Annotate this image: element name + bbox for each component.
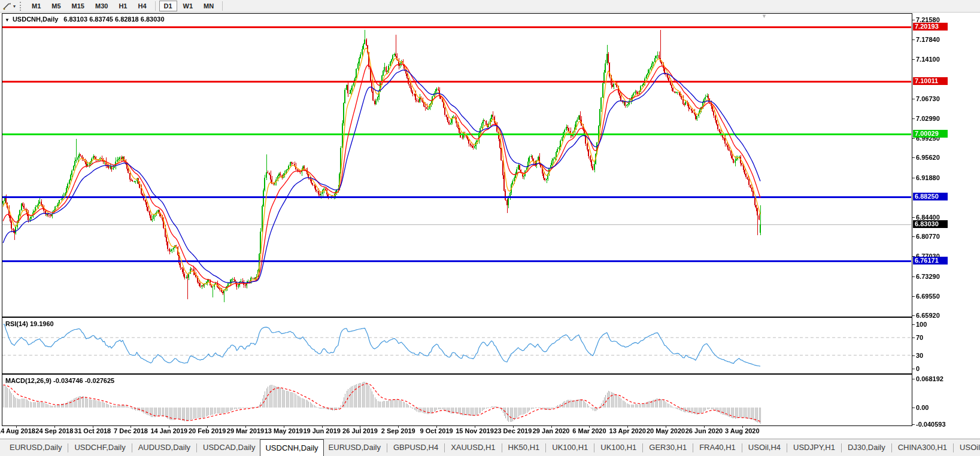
chart-tab-eurusd-daily[interactable]: EURUSD,Daily	[5, 439, 66, 456]
tab-divider	[742, 443, 742, 452]
tab-divider	[132, 443, 132, 452]
price-tick-label: 6.95620	[916, 153, 940, 162]
chart-tab-usoil-h1[interactable]: USOil,H1	[955, 439, 980, 456]
tab-divider	[953, 443, 954, 452]
date-tick-label: 29 Mar 2019	[227, 427, 264, 434]
date-tick-label: 31 Oct 2018	[74, 427, 111, 434]
date-tick-label: 13 Apr 2020	[609, 427, 646, 434]
timeframe-button-d1[interactable]: D1	[159, 1, 177, 11]
rsi-tick-label: 0	[916, 364, 920, 373]
price-tick-label: 7.14100	[916, 55, 940, 63]
tab-divider	[787, 443, 787, 452]
timeframe-button-m1[interactable]: M1	[27, 1, 45, 11]
mt4-chart-window: ▾ M1M5M15M30H1H4D1W1MN ▼USDCNH,Daily6.83…	[0, 0, 980, 456]
chart-tab-usdjpy-h1[interactable]: USDJPY,H1	[788, 439, 840, 456]
timeframe-button-m5[interactable]: M5	[47, 1, 65, 11]
rsi-tick-label: 70	[916, 333, 923, 342]
price-level-badge[interactable]: 6.83030	[913, 220, 948, 228]
date-tick-label: 20 May 2020	[647, 427, 685, 434]
chart-tab-ger30-h1[interactable]: GER30,H1	[644, 439, 691, 456]
date-tick-label: 13 May 2019	[265, 427, 303, 434]
price-tick-label: 7.02990	[916, 114, 940, 123]
tab-divider	[545, 443, 546, 452]
tab-divider	[693, 443, 693, 452]
macd-tick-label: 0.00	[916, 403, 929, 412]
symbol-timeframe-label: USDCNH,Daily	[13, 16, 58, 23]
tab-divider	[444, 443, 445, 452]
toolbar-separator	[155, 1, 156, 11]
chart-tab-fra40-h1[interactable]: FRA40,H1	[694, 439, 741, 456]
date-tick-label: 14 Aug 2018	[0, 427, 35, 434]
date-tick-label: 15 Nov 2019	[456, 427, 494, 434]
macd-indicator-label: MACD(12,26,9) -0.034746 -0.027625	[5, 377, 114, 384]
crosshair-draw-tool-icon[interactable]	[2, 2, 12, 11]
tab-divider	[594, 443, 594, 452]
timeframe-button-m15[interactable]: M15	[67, 1, 89, 11]
chart-tab-usdcad-daily[interactable]: USDCAD,Daily	[198, 439, 260, 456]
date-tick-label: 9 Oct 2019	[420, 427, 453, 434]
toolbar: ▾ M1M5M15M30H1H4D1W1MN	[0, 0, 980, 13]
date-tick-label: 29 Jan 2020	[533, 427, 570, 434]
tab-divider	[196, 443, 197, 452]
chart-tab-bar: EURUSD,DailyUSDCHF,DailyAUDUSD,DailyUSDC…	[0, 439, 980, 456]
chart-title: ▼USDCNH,Daily6.83103 6.83745 6.82818 6.8…	[5, 16, 165, 23]
date-tick-label: 14 Jan 2019	[150, 427, 187, 434]
timeframe-button-w1[interactable]: W1	[178, 1, 198, 11]
ohlc-values: 6.83103 6.83745 6.82818 6.83030	[63, 16, 164, 23]
price-tick-label: 6.73290	[916, 272, 940, 281]
chart-tab-usdcnh-daily[interactable]: USDCNH,Daily	[260, 439, 323, 456]
chart-tab-uk100-h1[interactable]: UK100,H1	[547, 439, 593, 456]
tab-divider	[502, 443, 502, 452]
symbol-dropdown-caret-icon[interactable]: ▼	[5, 17, 10, 23]
tool-dropdown-caret-icon[interactable]: ▾	[13, 4, 16, 9]
chart-shift-marker-icon[interactable]: ▼	[761, 13, 767, 19]
rsi-tick-label: 100	[916, 320, 927, 329]
price-level-badge[interactable]: 7.20193	[913, 23, 948, 31]
rsi-tick-label: 30	[916, 351, 923, 360]
macd-panel[interactable]	[2, 374, 912, 426]
toolbar-grip-handle[interactable]	[20, 2, 22, 11]
rsi-panel[interactable]	[2, 317, 912, 374]
date-tick-label: 7 Dec 2018	[114, 427, 148, 434]
price-level-badge[interactable]: 7.00029	[913, 130, 948, 138]
chart-tab-xauusd-h1[interactable]: XAUUSD,H1	[446, 439, 500, 456]
timeframe-button-h4[interactable]: H4	[133, 1, 151, 11]
macd-tick-label: 0.068192	[916, 375, 943, 383]
price-tick-label: 6.69550	[916, 292, 940, 300]
price-level-badge[interactable]: 7.10011	[913, 77, 948, 85]
date-tick-label: 26 Jun 2020	[685, 427, 723, 434]
tab-divider	[68, 443, 68, 452]
price-tick-label: 7.17840	[916, 35, 940, 44]
chart-tab-gbpusd-h4[interactable]: GBPUSD,H4	[389, 439, 443, 456]
date-tick-label: 2 Sep 2019	[381, 427, 415, 434]
date-tick-label: 6 Mar 2020	[572, 427, 606, 434]
toolbar-separator	[222, 1, 223, 11]
chart-tab-uk100-h1[interactable]: UK100,H1	[596, 439, 641, 456]
chart-tab-audusd-daily[interactable]: AUDUSD,Daily	[134, 439, 195, 456]
price-tick-label: 6.80770	[916, 232, 940, 241]
chart-tab-usdchf-daily[interactable]: USDCHF,Daily	[69, 439, 130, 456]
date-tick-label: 26 Jul 2019	[342, 427, 378, 434]
timeframe-button-mn[interactable]: MN	[199, 1, 219, 11]
timeframe-button-h1[interactable]: H1	[114, 1, 132, 11]
price-tick-label: 6.91880	[916, 174, 940, 182]
macd-tick-label: -0.040593	[916, 420, 946, 428]
tab-divider	[642, 443, 643, 452]
date-tick-label: 23 Dec 2019	[494, 427, 532, 434]
chart-tab-usoil-h4[interactable]: USOil,H4	[744, 439, 785, 456]
price-tick-label: 7.06730	[916, 95, 940, 103]
chart-tab-eurusd-daily[interactable]: EURUSD,Daily	[324, 439, 386, 456]
price-panel[interactable]	[2, 13, 912, 317]
price-tick-label: 6.65920	[916, 311, 940, 320]
price-level-badge[interactable]: 6.76171	[913, 257, 948, 265]
date-tick-label: 3 Aug 2020	[725, 427, 760, 434]
chart-tab-china300-h1[interactable]: CHINA300,H1	[893, 439, 952, 456]
tab-divider	[387, 443, 387, 452]
timeframe-buttons: M1M5M15M30H1H4D1W1MN	[26, 0, 226, 13]
price-level-badge[interactable]: 6.88250	[913, 193, 948, 200]
timeframe-button-m30[interactable]: M30	[90, 1, 113, 11]
chart-tab-dj30-daily[interactable]: DJ30,Daily	[843, 439, 890, 456]
chart-tab-hk50-h1[interactable]: HK50,H1	[503, 439, 545, 456]
date-tick-label: 20 Feb 2019	[189, 427, 226, 434]
tab-divider	[891, 443, 892, 452]
